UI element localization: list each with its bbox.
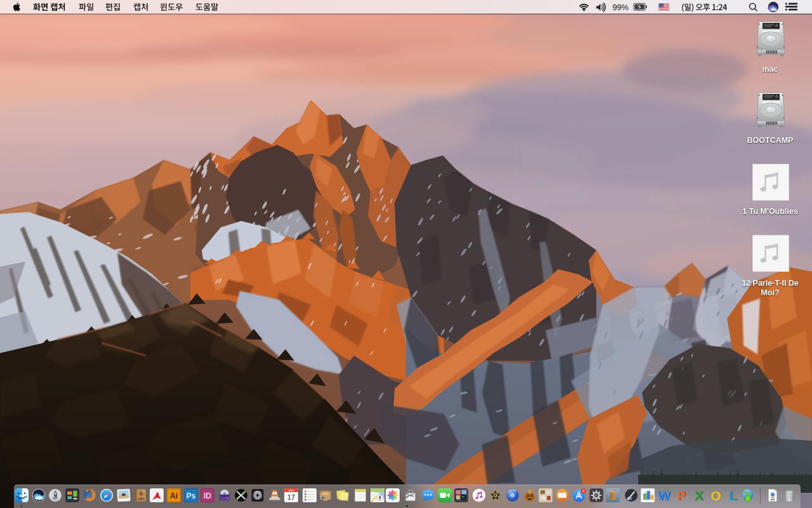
svg-text:W: W	[657, 488, 670, 502]
svg-text:P: P	[678, 488, 686, 502]
svg-text:17: 17	[287, 493, 294, 501]
svg-text:Ps: Ps	[186, 491, 195, 500]
svg-text:O: O	[710, 488, 721, 502]
svg-text:Ai: Ai	[170, 491, 178, 500]
svg-text:ID: ID	[204, 491, 211, 500]
svg-text:99%: 99%	[612, 3, 629, 12]
svg-text:SUN: SUN	[288, 489, 294, 492]
svg-text:4: 4	[582, 489, 584, 493]
svg-text:X: X	[695, 488, 704, 502]
svg-text:L: L	[729, 488, 737, 502]
